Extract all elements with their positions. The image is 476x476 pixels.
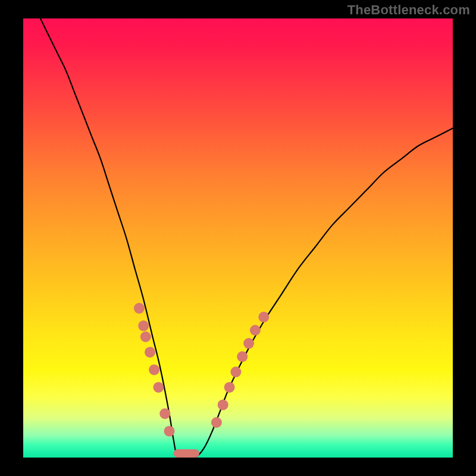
data-marker: [224, 382, 235, 393]
data-marker: [140, 331, 151, 342]
data-marker: [138, 321, 149, 331]
data-marker: [153, 382, 164, 393]
data-marker: [218, 399, 228, 410]
data-marker: [159, 408, 170, 419]
minimum-plateau: [174, 449, 199, 458]
data-marker: [237, 351, 248, 362]
data-marker: [145, 347, 155, 358]
chart-frame: TheBottleneck.com: [0, 0, 476, 476]
data-marker: [134, 303, 145, 314]
marker-group: [134, 303, 269, 437]
bottleneck-curve: [40, 18, 453, 458]
data-marker: [211, 417, 222, 428]
data-marker: [243, 338, 254, 349]
data-marker: [250, 325, 261, 336]
data-marker: [164, 426, 175, 437]
data-marker: [230, 367, 241, 377]
chart-overlay: [23, 18, 453, 458]
minimum-band: [174, 449, 199, 458]
data-marker: [149, 364, 159, 375]
watermark-text: TheBottleneck.com: [347, 2, 470, 18]
plot-area: [23, 18, 453, 458]
data-marker: [258, 312, 269, 322]
